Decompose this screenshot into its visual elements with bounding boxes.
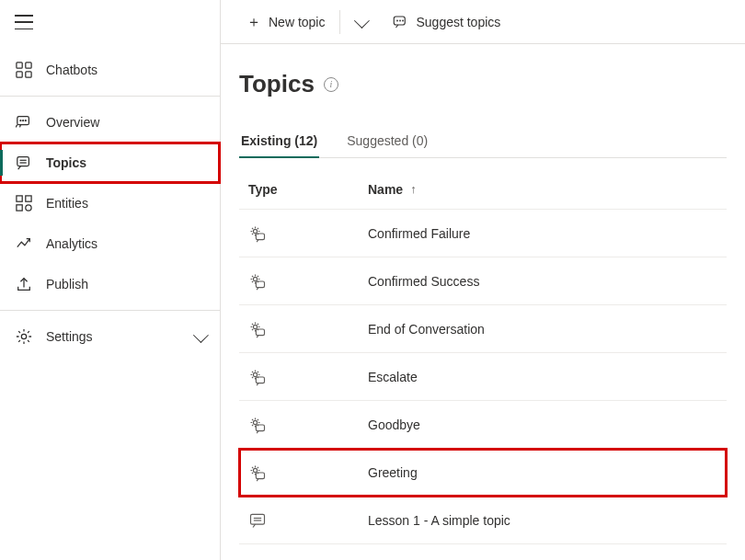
new-topic-label: New topic xyxy=(269,15,325,29)
svg-rect-21 xyxy=(256,234,264,240)
column-header-name[interactable]: Name ↑ xyxy=(368,182,727,197)
tabs: Existing (12)Suggested (0) xyxy=(239,124,727,158)
new-topic-dropdown-button[interactable] xyxy=(348,11,373,33)
publish-icon xyxy=(15,275,33,293)
svg-point-14 xyxy=(26,205,31,211)
svg-rect-12 xyxy=(26,196,31,201)
cell-name: End of Conversation xyxy=(368,322,727,337)
system-topic-icon xyxy=(248,368,267,386)
sort-ascending-icon: ↑ xyxy=(410,182,417,196)
chatbots-icon xyxy=(15,61,33,79)
sidebar-item-overview[interactable]: Overview xyxy=(0,102,220,143)
svg-point-6 xyxy=(23,120,24,121)
sidebar-item-label: Topics xyxy=(46,155,205,170)
chevron-down-icon xyxy=(354,13,370,29)
sidebar-item-label: Overview xyxy=(46,115,205,130)
sidebar-item-label: Chatbots xyxy=(46,63,205,77)
svg-rect-31 xyxy=(256,473,264,479)
sidebar-item-chatbots[interactable]: Chatbots xyxy=(0,50,220,90)
menu-toggle-button[interactable] xyxy=(15,15,33,29)
cell-name: Goodbye xyxy=(368,417,727,432)
chevron-down-icon xyxy=(193,327,209,343)
topics-icon xyxy=(15,154,33,172)
table-header: Type Name ↑ xyxy=(239,169,727,210)
user-topic-icon xyxy=(248,511,267,530)
svg-point-19 xyxy=(403,20,404,21)
system-topic-icon xyxy=(248,272,267,291)
svg-rect-25 xyxy=(256,329,264,336)
main-content: ＋ New topic Suggest topics xyxy=(221,0,745,560)
command-separator xyxy=(339,10,340,34)
table-row[interactable]: Escalate xyxy=(239,353,727,401)
tab-suggested[interactable]: Suggested (0) xyxy=(345,124,430,157)
settings-icon xyxy=(15,327,33,346)
command-bar: ＋ New topic Suggest topics xyxy=(221,0,745,44)
analytics-icon xyxy=(15,234,33,253)
svg-point-15 xyxy=(21,334,26,338)
cell-name: Lesson 1 - A simple topic xyxy=(368,513,727,528)
cell-name: Confirmed Failure xyxy=(368,226,727,241)
cell-type xyxy=(239,511,368,530)
tab-existing[interactable]: Existing (12) xyxy=(239,124,319,157)
cell-type xyxy=(239,224,368,243)
suggest-topics-label: Suggest topics xyxy=(416,15,500,29)
sidebar-item-topics[interactable]: Topics xyxy=(0,143,220,183)
suggest-topics-button[interactable]: Suggest topics xyxy=(384,8,508,36)
sidebar-item-publish[interactable]: Publish xyxy=(0,264,220,304)
sidebar-item-label: Entities xyxy=(46,196,205,211)
sidebar: ChatbotsOverviewTopicsEntitiesAnalyticsP… xyxy=(0,0,221,560)
table-row[interactable]: Greeting xyxy=(239,449,727,497)
svg-rect-13 xyxy=(17,205,22,211)
svg-rect-2 xyxy=(17,72,22,77)
table-row[interactable]: Goodbye xyxy=(239,401,727,449)
svg-point-30 xyxy=(253,468,257,472)
suggest-icon xyxy=(392,14,408,30)
table-row[interactable]: Confirmed Failure xyxy=(239,210,727,257)
cell-type xyxy=(239,463,368,482)
svg-rect-1 xyxy=(26,63,31,68)
svg-point-28 xyxy=(253,420,257,424)
svg-rect-29 xyxy=(256,425,264,431)
cell-name: Escalate xyxy=(368,370,727,384)
sidebar-item-entities[interactable]: Entities xyxy=(0,183,220,223)
cell-type xyxy=(239,368,368,386)
cell-type xyxy=(239,272,368,291)
svg-point-5 xyxy=(20,120,21,121)
topics-table: Type Name ↑ Confirmed FailureConfirmed S… xyxy=(239,169,727,544)
svg-point-7 xyxy=(25,120,26,121)
svg-point-18 xyxy=(400,20,401,21)
system-topic-icon xyxy=(248,463,267,482)
svg-rect-32 xyxy=(251,514,265,524)
cell-type xyxy=(239,320,368,338)
sidebar-item-label: Settings xyxy=(46,329,194,344)
sidebar-item-settings[interactable]: Settings xyxy=(0,316,220,357)
overview-icon xyxy=(15,113,33,131)
system-topic-icon xyxy=(248,224,267,243)
info-icon[interactable]: i xyxy=(324,77,338,92)
svg-point-24 xyxy=(253,325,257,328)
table-row[interactable]: Confirmed Success xyxy=(239,257,727,305)
system-topic-icon xyxy=(248,416,267,434)
svg-point-22 xyxy=(253,277,257,280)
sidebar-item-label: Publish xyxy=(46,277,205,291)
svg-rect-11 xyxy=(17,196,22,201)
svg-point-20 xyxy=(253,229,257,233)
sidebar-item-label: Analytics xyxy=(46,236,205,251)
table-row[interactable]: End of Conversation xyxy=(239,305,727,353)
new-topic-button[interactable]: ＋ New topic xyxy=(239,9,332,35)
cell-name: Confirmed Success xyxy=(368,274,727,289)
page-title: Topics xyxy=(239,70,315,98)
svg-point-26 xyxy=(253,372,257,376)
column-header-type[interactable]: Type xyxy=(239,182,368,197)
svg-rect-27 xyxy=(256,377,264,383)
table-row[interactable]: Lesson 1 - A simple topic xyxy=(239,497,727,544)
svg-rect-23 xyxy=(256,281,264,288)
cell-type xyxy=(239,416,368,434)
cell-name: Greeting xyxy=(368,465,727,480)
plus-icon: ＋ xyxy=(246,15,261,29)
system-topic-icon xyxy=(248,320,267,338)
svg-rect-0 xyxy=(17,63,22,68)
entities-icon xyxy=(15,194,33,212)
svg-rect-8 xyxy=(17,157,29,166)
sidebar-item-analytics[interactable]: Analytics xyxy=(0,223,220,264)
